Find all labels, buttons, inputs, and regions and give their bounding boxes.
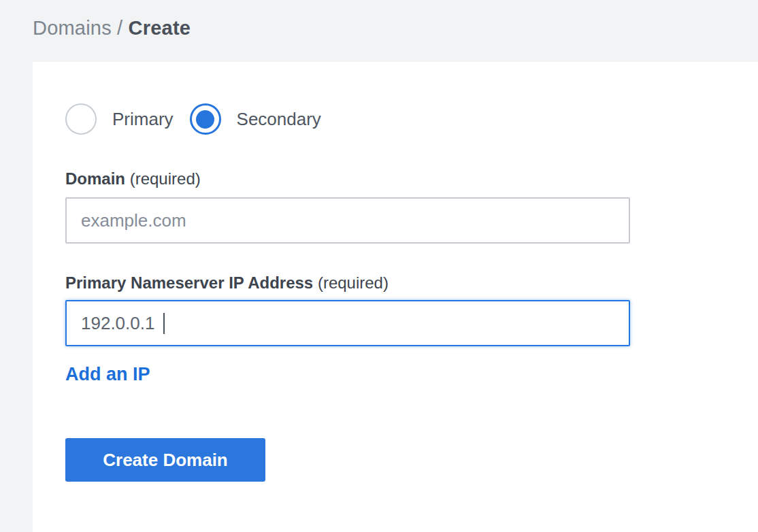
radio-option-secondary[interactable]: Secondary bbox=[190, 103, 321, 135]
breadcrumb: Domains / Create bbox=[33, 17, 758, 39]
ip-input-wrap bbox=[65, 300, 630, 346]
add-ip-link[interactable]: Add an IP bbox=[65, 364, 150, 385]
radio-secondary-icon[interactable] bbox=[190, 103, 221, 135]
radio-option-primary[interactable]: Primary bbox=[65, 103, 174, 135]
ip-required-note: (required) bbox=[318, 273, 389, 292]
radio-secondary-label: Secondary bbox=[237, 109, 321, 130]
radio-selected-dot bbox=[196, 110, 214, 129]
primary-ns-ip-input[interactable] bbox=[65, 300, 630, 346]
domain-required-note: (required) bbox=[130, 169, 201, 188]
create-domain-card: Primary Secondary Domain (required) Prim… bbox=[33, 62, 758, 532]
page-header: Domains / Create bbox=[0, 0, 758, 62]
radio-primary-icon[interactable] bbox=[65, 103, 97, 135]
domain-input-wrap bbox=[65, 197, 630, 244]
domain-type-radio-group: Primary Secondary bbox=[65, 103, 725, 135]
breadcrumb-create: Create bbox=[129, 17, 191, 39]
domain-field-label: Domain (required) bbox=[65, 169, 725, 188]
breadcrumb-domains[interactable]: Domains / bbox=[33, 17, 122, 39]
radio-primary-label: Primary bbox=[112, 109, 174, 130]
domain-input[interactable] bbox=[65, 197, 630, 244]
create-domain-button[interactable]: Create Domain bbox=[65, 438, 265, 482]
ip-field-label: Primary Nameserver IP Address (required) bbox=[65, 273, 725, 293]
ip-label-text: Primary Nameserver IP Address bbox=[65, 273, 313, 292]
domain-label-text: Domain bbox=[65, 169, 125, 188]
